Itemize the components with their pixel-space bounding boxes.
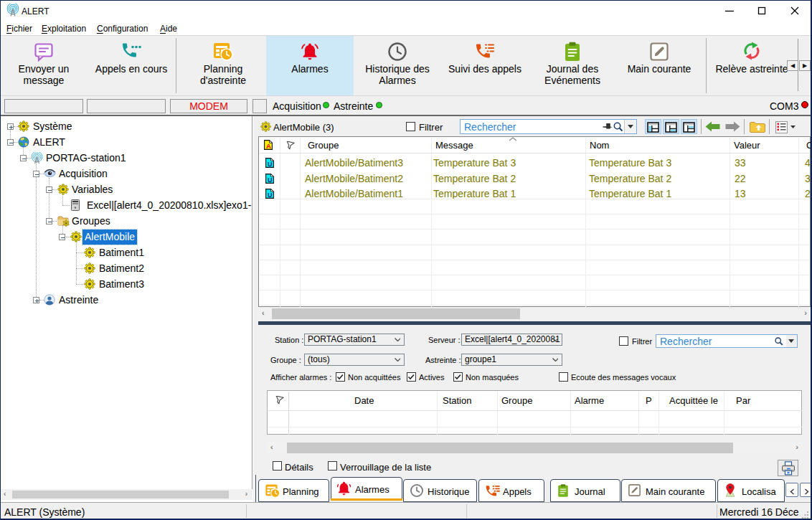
svg-text:U: U	[268, 176, 273, 183]
svg-text:U: U	[268, 192, 273, 199]
svg-text:A: A	[266, 142, 271, 150]
svg-text:U: U	[268, 161, 273, 168]
